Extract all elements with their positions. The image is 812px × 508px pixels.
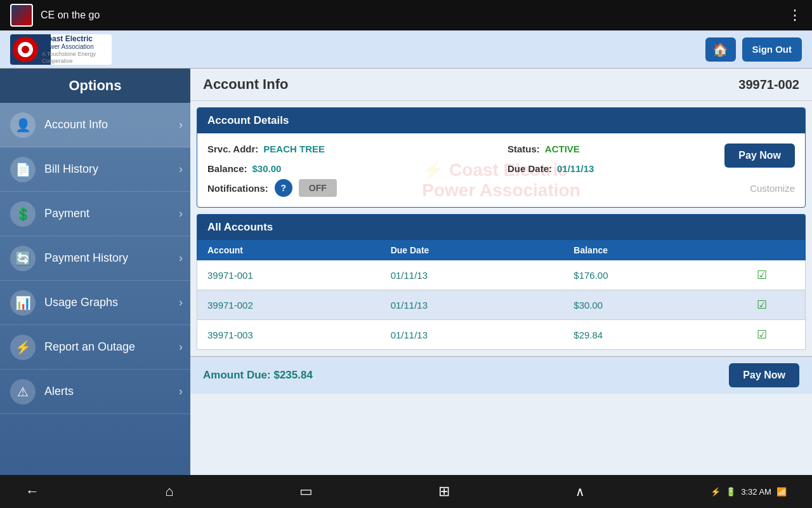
table-row[interactable]: 39971-002 01/11/13 $30.00 ☑ xyxy=(197,290,806,320)
col-account: Account xyxy=(207,245,391,255)
sidebar-item-bill-history[interactable]: 📄 Bill History › xyxy=(0,147,190,192)
battery-icon: 🔋 xyxy=(726,487,736,497)
content-header: Account Info 39971-002 xyxy=(190,69,812,101)
pay-now-button-bottom[interactable]: Pay Now xyxy=(729,363,799,387)
sidebar-label-alerts: Alerts xyxy=(44,385,74,398)
account-details-body: Pay Now Srvc. Addr: PEACH TREE Status: A… xyxy=(197,133,805,207)
status-bar: CE on the go ⋮ xyxy=(0,0,812,30)
usb-icon: ⚡ xyxy=(710,487,721,497)
account-details-header: Account Details xyxy=(197,108,805,133)
help-icon[interactable]: ? xyxy=(275,179,292,197)
main-layout: Options 👤 Account Info › 📄 Bill History … xyxy=(0,69,812,475)
sidebar-label-payment-history: Payment History xyxy=(44,251,128,265)
chevron-icon-0: › xyxy=(179,118,183,131)
page-title: Account Info xyxy=(203,76,288,93)
amount-due-label: Amount Due: xyxy=(203,369,271,381)
bill-history-icon: 📄 xyxy=(10,157,36,182)
content-area: Account Info 39971-002 Account Details P… xyxy=(190,69,812,475)
col-check xyxy=(757,245,795,255)
system-info: ⚡ 🔋 3:32 AM 📶 xyxy=(710,487,787,497)
payment-history-icon: 🔄 xyxy=(10,246,36,271)
wifi-icon: 📶 xyxy=(776,487,787,497)
row1-balance: $176.00 xyxy=(573,270,757,281)
chevron-icon-4: › xyxy=(179,296,183,309)
row2-duedate: 01/11/13 xyxy=(391,300,574,311)
row3-account: 39971-003 xyxy=(207,330,391,340)
all-accounts-header: All Accounts xyxy=(197,214,806,240)
customize-link[interactable]: Customize xyxy=(750,183,795,194)
logo-line3: A Touchstone Energy Cooperative xyxy=(42,51,109,65)
back-button[interactable]: ← xyxy=(25,483,39,500)
amount-due-value: $235.84 xyxy=(273,369,312,381)
header: Coast Electric Power Association A Touch… xyxy=(0,30,812,69)
sidebar-item-report-outage[interactable]: ⚡ Report an Outage › xyxy=(0,325,190,370)
signout-button[interactable]: Sign Out xyxy=(742,37,802,62)
pay-now-button-top[interactable]: Pay Now xyxy=(724,144,795,168)
home-nav-button[interactable]: ⌂ xyxy=(165,483,173,500)
chevron-icon-1: › xyxy=(179,163,183,176)
sidebar-item-alerts[interactable]: ⚠ Alerts › xyxy=(0,370,190,414)
sidebar-header: Options xyxy=(0,69,190,103)
status-bar-left: CE on the go xyxy=(10,4,100,27)
sidebar-item-payment[interactable]: 💲 Payment › xyxy=(0,192,190,236)
notifications-toggle[interactable]: OFF xyxy=(299,179,337,197)
row3-duedate: 01/11/13 xyxy=(391,330,574,340)
due-date-value: 01/11/13 xyxy=(557,163,594,174)
balance-value: $30.00 xyxy=(252,163,282,174)
table-row[interactable]: 39971-003 01/11/13 $29.84 ☑ xyxy=(197,320,806,350)
sidebar-item-usage-graphs[interactable]: 📊 Usage Graphs › xyxy=(0,281,190,325)
details-grid: Srvc. Addr: PEACH TREE Status: ACTIVE Ba… xyxy=(207,144,795,174)
payment-icon: 💲 xyxy=(10,201,36,227)
recent-apps-button[interactable]: ▭ xyxy=(299,483,313,500)
account-info-icon: 👤 xyxy=(10,112,36,138)
srvc-addr-row: Srvc. Addr: PEACH TREE xyxy=(207,144,495,154)
alerts-icon: ⚠ xyxy=(10,379,36,404)
sidebar-label-usage-graphs: Usage Graphs xyxy=(44,296,118,309)
chevron-icon-6: › xyxy=(179,385,183,398)
row2-account: 39971-002 xyxy=(207,300,391,311)
amount-due-display: Amount Due: $235.84 xyxy=(203,369,313,382)
chevron-icon-2: › xyxy=(179,207,183,220)
chevron-icon-5: › xyxy=(179,340,183,354)
bottom-nav: ← ⌂ ▭ ⊞ ∧ ⚡ 🔋 3:32 AM 📶 xyxy=(0,475,812,508)
app-icon xyxy=(10,4,33,27)
sidebar-label-account-info: Account Info xyxy=(44,118,108,131)
header-actions: 🏠 Sign Out xyxy=(705,37,802,62)
due-date-label: Due Date: xyxy=(508,163,552,174)
qr-button[interactable]: ⊞ xyxy=(438,483,450,500)
logo-line2: Power Association xyxy=(42,43,109,51)
col-balance: Balance xyxy=(573,245,757,255)
sidebar-label-payment: Payment xyxy=(44,207,89,220)
balance-label: Balance: xyxy=(207,163,247,174)
row2-checkbox: ☑ xyxy=(757,298,795,312)
all-accounts-table: All Accounts Account Due Date Balance 39… xyxy=(197,214,806,350)
srvc-addr-label: Srvc. Addr: xyxy=(207,144,258,154)
status-label: Status: xyxy=(508,144,540,154)
footer-bar: Amount Due: $235.84 Pay Now xyxy=(190,356,812,394)
overflow-menu-icon[interactable]: ⋮ xyxy=(788,7,802,23)
row3-balance: $29.84 xyxy=(573,330,757,340)
usage-graphs-icon: 📊 xyxy=(10,290,36,316)
row1-account: 39971-001 xyxy=(207,270,391,281)
home-button[interactable]: 🏠 xyxy=(705,37,736,62)
account-number-display: 39971-002 xyxy=(738,77,799,92)
nav-center-button[interactable]: ∧ xyxy=(575,484,585,499)
sidebar-label-bill-history: Bill History xyxy=(44,163,98,176)
logo-area: Coast Electric Power Association A Touch… xyxy=(10,34,112,65)
notifications-label: Notifications: xyxy=(207,183,268,194)
sidebar-label-report-outage: Report an Outage xyxy=(44,340,135,354)
account-details-card: Account Details Pay Now Srvc. Addr: PEAC… xyxy=(197,107,806,208)
logo-line1: Coast Electric xyxy=(42,34,109,43)
logo-box: Coast Electric Power Association A Touch… xyxy=(10,34,112,65)
col-due-date: Due Date xyxy=(391,245,574,255)
table-row[interactable]: 39971-001 01/11/13 $176.00 ☑ xyxy=(197,260,806,290)
row1-checkbox: ☑ xyxy=(757,268,795,282)
sidebar-item-account-info[interactable]: 👤 Account Info › xyxy=(0,103,190,147)
notifications-row: Notifications: ? OFF Customize xyxy=(207,179,795,197)
sidebar: Options 👤 Account Info › 📄 Bill History … xyxy=(0,69,190,475)
sidebar-item-payment-history[interactable]: 🔄 Payment History › xyxy=(0,236,190,281)
table-columns: Account Due Date Balance xyxy=(197,240,806,260)
time-display: 3:32 AM xyxy=(741,487,771,497)
chevron-icon-3: › xyxy=(179,251,183,265)
row3-checkbox: ☑ xyxy=(757,328,795,342)
